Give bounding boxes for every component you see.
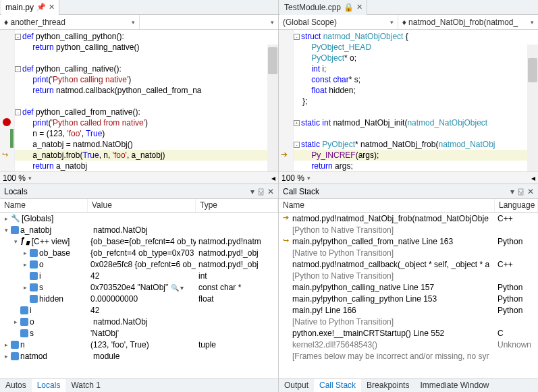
expand-toggle[interactable]: ▸ bbox=[3, 341, 9, 348]
tab-autos[interactable]: Autos bbox=[0, 379, 32, 392]
locals-row[interactable]: ▸ s0x703520e4 "NatObj" 🔍 ▾const char * bbox=[0, 281, 278, 293]
var-name: natmod bbox=[20, 352, 47, 361]
locals-row[interactable]: ▸ ob_base{ob_refcnt=4 ob_type=0x703natmo… bbox=[0, 247, 278, 258]
expand-toggle[interactable]: ▸ bbox=[22, 284, 28, 291]
var-value: {ob_refcnt=4 ob_type=0x703 bbox=[88, 248, 196, 258]
var-name: o bbox=[39, 260, 44, 269]
col-name[interactable]: Name bbox=[279, 199, 495, 212]
locals-row[interactable]: i42int bbox=[0, 270, 278, 281]
current-frame-icon: ➔ bbox=[281, 214, 290, 222]
col-value[interactable]: Value bbox=[88, 199, 196, 212]
callstack-columns[interactable]: Name Language bbox=[279, 199, 538, 213]
locals-row[interactable]: ▾ a_natobjnatmod.NatObj bbox=[0, 224, 278, 235]
callstack-row[interactable]: [Python to Native Transition] bbox=[279, 224, 538, 235]
col-name[interactable]: Name bbox=[0, 199, 88, 212]
collapse-toggle[interactable]: - bbox=[15, 66, 21, 72]
tab-callstack[interactable]: Call Stack bbox=[314, 379, 361, 392]
breakpoint-icon[interactable] bbox=[3, 118, 11, 126]
close-icon[interactable]: ✕ bbox=[527, 187, 534, 196]
chevron-left-icon[interactable]: ◂ bbox=[271, 173, 275, 183]
zoom-level[interactable]: 100 % bbox=[3, 173, 26, 183]
callstack-row[interactable]: python.exe!__tmainCRTStartup() Line 552C bbox=[279, 327, 538, 339]
collapse-toggle[interactable]: + bbox=[294, 120, 300, 126]
variable-icon bbox=[11, 352, 19, 360]
visualizer-icon[interactable]: 🔍 ▾ bbox=[171, 284, 184, 291]
expand-toggle[interactable]: ▸ bbox=[3, 353, 9, 360]
locals-row[interactable]: ▸ o0x028e5fc8 {ob_refcnt=6 ob_tnatmod.py… bbox=[0, 258, 278, 270]
tab-breakpoints[interactable]: Breakpoints bbox=[361, 379, 414, 392]
chevron-down-icon[interactable]: ▾ bbox=[28, 175, 32, 181]
callstack-row[interactable]: [Native to Python Transition] bbox=[279, 247, 538, 258]
pin-icon[interactable]: ⍌ bbox=[259, 187, 263, 196]
close-icon[interactable]: ✕ bbox=[356, 3, 362, 11]
locals-row[interactable]: s'NatObj' bbox=[0, 327, 278, 339]
locals-row[interactable]: ▸ natmodmodule bbox=[0, 350, 278, 362]
tab-main-py[interactable]: main.py 📌 ✕ bbox=[1, 0, 59, 15]
left-gutter[interactable]: ↪ bbox=[0, 30, 15, 171]
expand-toggle[interactable]: ▾ bbox=[3, 227, 9, 233]
expand-toggle[interactable]: ▸ bbox=[3, 215, 9, 222]
callstack-row[interactable]: kernel32.dll!75648543()Unknown bbox=[279, 339, 538, 350]
zoom-level[interactable]: 100 % bbox=[281, 173, 304, 183]
locals-row[interactable]: i42 bbox=[0, 304, 278, 316]
pin-icon[interactable]: ⍌ bbox=[518, 187, 523, 196]
locals-row[interactable]: ▾ƒ∎ [C++ view]{ob_base={ob_refcnt=4 ob_t… bbox=[0, 235, 278, 247]
expand-toggle[interactable]: ▾ bbox=[12, 238, 19, 245]
close-icon[interactable]: ✕ bbox=[267, 187, 274, 196]
chevron-left-icon[interactable]: ◂ bbox=[531, 173, 535, 183]
expand-toggle[interactable]: ▸ bbox=[22, 250, 28, 256]
locals-row[interactable]: hidden0.000000000float bbox=[0, 293, 278, 304]
left-nav-bar: ♦ another_thread ▾ ▾ bbox=[0, 15, 278, 30]
locals-row[interactable]: ▸ onatmod.NatObj bbox=[0, 316, 278, 327]
scrollbar-vertical[interactable] bbox=[527, 45, 538, 171]
window-dropdown-icon[interactable]: ▾ bbox=[250, 187, 254, 196]
right-code-area[interactable]: ➔ -struct natmod_NatObjObject { PyObject… bbox=[279, 30, 538, 171]
member-dropdown[interactable]: ♦ natmod_NatObj_frob(natmod_ ▾ bbox=[398, 15, 538, 29]
collapse-toggle[interactable]: - bbox=[294, 142, 300, 148]
callstack-row[interactable]: ↪main.py!python_called_from_native Line … bbox=[279, 235, 538, 247]
col-language[interactable]: Language bbox=[495, 199, 538, 212]
collapse-toggle[interactable]: - bbox=[294, 34, 300, 40]
expand-toggle[interactable]: ▸ bbox=[22, 261, 28, 268]
col-type[interactable]: Type bbox=[196, 199, 278, 212]
variable-icon bbox=[30, 249, 38, 257]
scope-dropdown[interactable]: ♦ another_thread ▾ bbox=[0, 15, 140, 29]
scroll-thumb[interactable] bbox=[268, 47, 277, 74]
callstack-tabs: Output Call Stack Breakpoints Immediate … bbox=[279, 379, 538, 392]
scope-dropdown[interactable]: (Global Scope) ▾ bbox=[279, 15, 398, 29]
locals-columns[interactable]: Name Value Type bbox=[0, 199, 278, 213]
left-code[interactable]: -def python_calling_python(): return pyt… bbox=[15, 30, 278, 171]
callstack-row[interactable]: ➔natmod.pyd!natmod_NatObj_frob(natmod_Na… bbox=[279, 213, 538, 224]
collapse-toggle[interactable]: - bbox=[15, 34, 21, 40]
callstack-body[interactable]: ➔natmod.pyd!natmod_NatObj_frob(natmod_Na… bbox=[279, 213, 538, 379]
member-dropdown[interactable]: ▾ bbox=[140, 15, 279, 29]
collapse-toggle[interactable]: - bbox=[15, 109, 21, 115]
window-dropdown-icon[interactable]: ▾ bbox=[510, 187, 514, 196]
callstack-row[interactable]: main.py!python_calling_python Line 153Py… bbox=[279, 293, 538, 304]
right-code[interactable]: -struct natmod_NatObjObject { PyObject_H… bbox=[294, 30, 538, 171]
callstack-row[interactable]: main.py! Line 166Python bbox=[279, 304, 538, 316]
pin-icon[interactable]: 📌 bbox=[36, 3, 46, 11]
right-gutter[interactable]: ➔ bbox=[279, 30, 294, 171]
tab-locals[interactable]: Locals bbox=[32, 379, 66, 392]
frame-icon bbox=[281, 317, 290, 325]
callstack-row[interactable]: natmod.pyd!natmod_callback(_object * sel… bbox=[279, 258, 538, 270]
tab-watch1[interactable]: Watch 1 bbox=[65, 379, 106, 392]
chevron-down-icon[interactable]: ▾ bbox=[307, 175, 311, 181]
locals-row[interactable]: ▸ n(123, 'foo', True)tuple bbox=[0, 339, 278, 350]
expand-toggle[interactable]: ▸ bbox=[12, 318, 19, 325]
callstack-row[interactable]: [Frames below may be incorrect and/or mi… bbox=[279, 350, 538, 362]
scroll-thumb[interactable] bbox=[528, 58, 537, 82]
locals-body[interactable]: ▸🔧 [Globals]▾ a_natobjnatmod.NatObj▾ƒ∎ [… bbox=[0, 213, 278, 379]
tab-immediate[interactable]: Immediate Window bbox=[414, 379, 494, 392]
scrollbar-vertical[interactable] bbox=[267, 45, 278, 171]
callstack-row[interactable]: [Native to Python Transition] bbox=[279, 316, 538, 327]
tab-testmodule-cpp[interactable]: TestModule.cpp 🔒 ✕ bbox=[280, 0, 367, 15]
close-icon[interactable]: ✕ bbox=[49, 3, 55, 11]
tab-output[interactable]: Output bbox=[279, 379, 314, 392]
var-value: 42 bbox=[88, 271, 196, 281]
callstack-row[interactable]: [Python to Native Transition] bbox=[279, 270, 538, 281]
locals-row[interactable]: ▸🔧 [Globals] bbox=[0, 213, 278, 224]
callstack-row[interactable]: main.py!python_calling_native Line 157Py… bbox=[279, 281, 538, 293]
left-code-area[interactable]: ↪ -def python_calling_python(): return p… bbox=[0, 30, 278, 171]
